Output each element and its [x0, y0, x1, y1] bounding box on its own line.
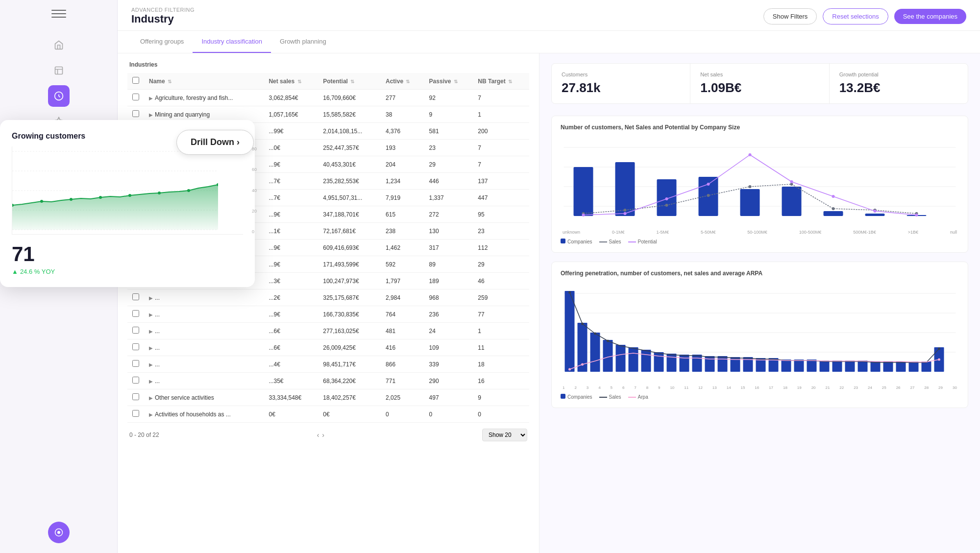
row-checkbox-cell[interactable]	[127, 406, 144, 423]
row-nb-target: 23	[473, 223, 529, 240]
row-active: 0	[381, 406, 424, 423]
svg-rect-39	[565, 291, 575, 372]
row-passive: 92	[424, 90, 473, 106]
row-net-sales: ...0€	[264, 140, 318, 156]
menu-icon[interactable]	[51, 10, 66, 20]
row-potential: 347,188,701€	[318, 206, 381, 223]
tab-bar: Offering groups Industry classification …	[118, 31, 980, 53]
th-passive[interactable]: Passive ⇅	[424, 73, 473, 90]
row-active: 615	[381, 206, 424, 223]
table-row[interactable]: ▶Agriculture, forestry and fish... 3,062…	[127, 90, 529, 106]
chart1-x-axis: unknown 0-1M€ 1-5M€ 5-50M€ 50-100M€ 100-…	[561, 230, 959, 235]
svg-rect-63	[871, 361, 881, 372]
th-active[interactable]: Active ⇅	[381, 73, 424, 90]
chart1-svg	[561, 138, 959, 226]
show-filters-button[interactable]: Show Filters	[763, 8, 817, 24]
sidebar-item-chart[interactable]	[48, 60, 70, 81]
svg-point-73	[938, 348, 940, 350]
select-all-checkbox[interactable]	[132, 77, 139, 84]
kpi-customers-value: 27.81k	[562, 80, 680, 96]
page-title: Industry	[131, 13, 195, 25]
svg-point-74	[568, 368, 571, 371]
table-row[interactable]: ▶Activities of households as ... 0€ 0€ 0…	[127, 406, 529, 423]
chart-y-axis: 80 60 40 20 0	[252, 146, 257, 234]
row-net-sales: ...1€	[264, 223, 318, 240]
svg-point-29	[707, 183, 710, 186]
expand-icon[interactable]: ▶	[149, 345, 153, 351]
sidebar-logo[interactable]	[48, 522, 70, 543]
table-row[interactable]: ▶... ...2€ 325,175,687€ 2,984 968 259	[127, 289, 529, 306]
row-nb-target: 1	[473, 106, 529, 123]
expand-icon[interactable]: ▶	[149, 112, 153, 118]
row-passive: 339	[424, 356, 473, 373]
th-nb-target[interactable]: NB Target ⇅	[473, 73, 529, 90]
th-net-sales[interactable]: Net sales ⇅	[264, 73, 318, 90]
svg-point-83	[40, 200, 43, 203]
sidebar-item-home[interactable]	[48, 34, 70, 56]
row-checkbox-cell[interactable]	[127, 289, 144, 306]
drill-down-button[interactable]: Drill Down ›	[176, 130, 254, 155]
row-checkbox-cell[interactable]	[127, 373, 144, 389]
show-rows-select[interactable]: Show 20 Show 50 Show 100	[482, 429, 527, 441]
expand-icon[interactable]: ▶	[149, 412, 153, 417]
row-passive: 9	[424, 106, 473, 123]
table-row[interactable]: ▶... ...35€ 68,364,220€ 771 290 16	[127, 373, 529, 389]
next-page-button[interactable]: ›	[322, 431, 324, 439]
row-nb-target: 7	[473, 90, 529, 106]
expand-icon[interactable]: ▶	[149, 329, 153, 334]
expand-icon[interactable]: ▶	[149, 295, 153, 301]
expand-icon[interactable]: ▶	[149, 379, 153, 384]
row-nb-target: 9	[473, 389, 529, 406]
svg-point-71	[594, 333, 596, 335]
th-name[interactable]: Name ⇅	[144, 73, 264, 90]
kpi-growth-potential-label: Growth potential	[839, 72, 958, 77]
row-potential: 40,453,301€	[318, 156, 381, 173]
th-potential[interactable]: Potential ⇅	[318, 73, 381, 90]
svg-point-26	[582, 214, 585, 216]
expand-icon[interactable]: ▶	[149, 96, 153, 101]
sidebar-item-analytics[interactable]	[48, 85, 70, 107]
row-net-sales: ...7€	[264, 190, 318, 206]
tab-industry-classification[interactable]: Industry classification	[193, 31, 271, 53]
row-checkbox-cell[interactable]	[127, 356, 144, 373]
row-name: ▶...	[144, 306, 264, 323]
table-header-row: Name ⇅ Net sales ⇅ Potential ⇅ Active ⇅ …	[127, 73, 529, 90]
row-net-sales: ...9€	[264, 240, 318, 256]
table-row[interactable]: ▶... ...6€ 277,163,025€ 481 24 1	[127, 323, 529, 339]
row-checkbox-cell[interactable]	[127, 389, 144, 406]
tab-offering-groups[interactable]: Offering groups	[131, 31, 193, 53]
svg-point-85	[99, 196, 102, 199]
row-name: ▶...	[144, 289, 264, 306]
svg-point-84	[70, 198, 73, 201]
row-nb-target: 1	[473, 323, 529, 339]
growing-customers-value: 71	[12, 242, 243, 266]
row-checkbox-cell[interactable]	[127, 306, 144, 323]
table-row[interactable]: ▶... ...4€ 98,451,717€ 866 339 18	[127, 356, 529, 373]
row-checkbox-cell[interactable]	[127, 90, 144, 106]
see-companies-button[interactable]: See the companies	[894, 9, 966, 24]
tab-growth-planning[interactable]: Growth planning	[271, 31, 335, 53]
svg-rect-56	[782, 360, 791, 372]
svg-point-30	[749, 153, 752, 156]
row-nb-target: 112	[473, 240, 529, 256]
svg-rect-62	[858, 361, 868, 372]
row-name: ▶...	[144, 323, 264, 339]
row-passive: 290	[424, 373, 473, 389]
expand-icon[interactable]: ▶	[149, 395, 153, 401]
kpi-growth-potential-value: 13.2B€	[839, 80, 958, 96]
expand-icon[interactable]: ▶	[149, 362, 153, 367]
prev-page-button[interactable]: ‹	[317, 431, 319, 439]
row-potential: 2,014,108,15...	[318, 123, 381, 140]
reset-selections-button[interactable]: Reset selections	[823, 8, 888, 24]
expand-icon[interactable]: ▶	[149, 312, 153, 317]
row-checkbox-cell[interactable]	[127, 323, 144, 339]
row-checkbox-cell[interactable]	[127, 339, 144, 356]
row-potential: 16,709,660€	[318, 90, 381, 106]
table-row[interactable]: ▶Other service activities 33,334,548€ 18…	[127, 389, 529, 406]
table-row[interactable]: ▶... ...9€ 166,730,835€ 764 236 77	[127, 306, 529, 323]
svg-point-69	[568, 291, 571, 294]
table-row[interactable]: ▶... ...6€ 26,009,425€ 416 109 11	[127, 339, 529, 356]
svg-rect-46	[654, 352, 664, 372]
svg-rect-65	[896, 361, 906, 372]
svg-point-70	[581, 323, 584, 325]
